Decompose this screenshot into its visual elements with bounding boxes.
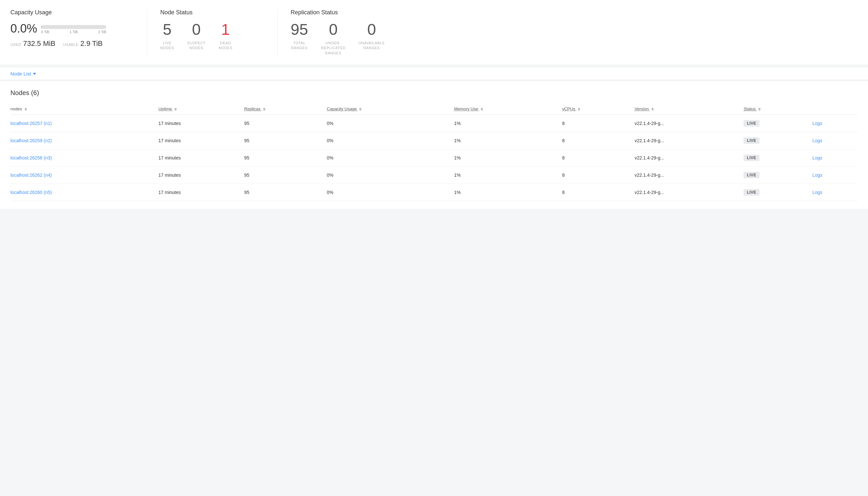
node-memory-2: 1% [454,150,562,167]
table-row: localhost:26260 (n5) 17 minutes 95 0% 1%… [11,184,857,201]
node-status-3: LIVE [744,167,812,184]
node-capacity-1: 0% [327,132,454,150]
node-logs-3[interactable]: Logs [812,167,857,184]
col-header-nodes[interactable]: nodes [11,103,158,115]
node-capacity-2: 0% [327,150,454,167]
used-value: 732.5 MiB [23,40,55,48]
live-nodes-stat: 5 LIVENODES [160,22,174,51]
node-version-1: v22.1.4-29-g... [635,132,744,150]
unavailable-ranges-stat: 0 UNAVAILABLERANGES [358,22,385,56]
node-link-0[interactable]: localhost:26257 (n1) [11,115,158,132]
node-version-3: v22.1.4-29-g... [635,167,744,184]
node-status-title: Node Status [160,9,264,16]
node-replicas-2: 95 [244,150,327,167]
node-logs-4[interactable]: Logs [812,184,857,201]
table-header-row: nodes Uptime Replicas [11,103,857,115]
under-replicated-value: 0 [329,22,338,37]
node-memory-4: 1% [454,184,562,201]
node-memory-3: 1% [454,167,562,184]
under-replicated-label: UNDER-REPLICATEDRANGES [321,41,345,56]
under-replicated-stat: 0 UNDER-REPLICATEDRANGES [321,22,345,56]
node-link-2[interactable]: localhost:26258 (n3) [11,150,158,167]
dead-nodes-stat: 1 DEADNODES [219,22,232,51]
replication-stats-row: 95 TOTALRANGES 0 UNDER-REPLICATEDRANGES … [290,22,844,56]
node-vcpus-3: 8 [562,167,635,184]
node-status-stats-row: 5 LIVENODES 0 SUSPECTNODES 1 DEADNODES [160,22,264,51]
col-header-version[interactable]: Version [635,103,744,115]
progress-label-0: 0 TiB [41,30,49,34]
node-logs-2[interactable]: Logs [812,150,857,167]
capacity-progress-labels: 0 TiB 1 TiB 2 TiB [41,30,106,34]
node-vcpus-0: 8 [562,115,635,132]
node-uptime-2: 17 minutes [158,150,244,167]
table-row: localhost:26258 (n3) 17 minutes 95 0% 1%… [11,150,857,167]
total-ranges-stat: 95 TOTALRANGES [290,22,308,56]
node-status-4: LIVE [744,184,812,201]
col-header-replicas[interactable]: Replicas [244,103,327,115]
unavailable-ranges-value: 0 [367,22,376,37]
node-version-2: v22.1.4-29-g... [635,150,744,167]
node-uptime-1: 17 minutes [158,132,244,150]
usable-value: 2.9 TiB [80,40,103,48]
table-row: localhost:26259 (n2) 17 minutes 95 0% 1%… [11,132,857,150]
node-version-4: v22.1.4-29-g... [635,184,744,201]
table-row: localhost:26257 (n1) 17 minutes 95 0% 1%… [11,115,857,132]
suspect-nodes-stat: 0 SUSPECTNODES [187,22,206,51]
node-status-panel: Node Status 5 LIVENODES 0 SUSPECTNODES 1… [147,9,278,56]
node-vcpus-4: 8 [562,184,635,201]
capacity-percent-value: 0.0% [11,22,37,35]
unavailable-ranges-label: UNAVAILABLERANGES [358,41,385,51]
nodes-table-title: Nodes (6) [11,89,857,97]
node-memory-0: 1% [454,115,562,132]
node-vcpus-1: 8 [562,132,635,150]
main-content: Nodes (6) nodes Uptime [0,81,868,209]
sort-icon-memory-use [481,108,483,111]
suspect-nodes-label: SUSPECTNODES [187,41,206,51]
progress-label-2: 2 TiB [98,30,106,34]
node-link-1[interactable]: localhost:26259 (n2) [11,132,158,150]
node-replicas-1: 95 [244,132,327,150]
node-link-4[interactable]: localhost:26260 (n5) [11,184,158,201]
sort-icon-vcpus [578,108,580,111]
col-header-vcpus[interactable]: vCPUs [562,103,635,115]
node-status-1: LIVE [744,132,812,150]
node-link-3[interactable]: localhost:26262 (n4) [11,167,158,184]
capacity-usage-panel: Capacity Usage 0.0% 0 TiB 1 TiB 2 TiB US… [11,9,147,56]
col-header-logs [812,103,857,115]
node-logs-1[interactable]: Logs [812,132,857,150]
capacity-usage-title: Capacity Usage [11,9,134,16]
dead-nodes-label: DEADNODES [219,41,232,51]
dropdown-arrow-icon [33,73,36,75]
table-row: localhost:26262 (n4) 17 minutes 95 0% 1%… [11,167,857,184]
node-logs-0[interactable]: Logs [812,115,857,132]
capacity-progress-fill [41,25,42,29]
node-memory-1: 1% [454,132,562,150]
col-header-memory-use[interactable]: Memory Use [454,103,562,115]
node-list-dropdown[interactable]: Node List [11,71,36,77]
node-status-2: LIVE [744,150,812,167]
node-version-0: v22.1.4-29-g... [635,115,744,132]
total-ranges-label: TOTALRANGES [291,41,307,51]
col-header-capacity-usage[interactable]: Capacity Usage [327,103,454,115]
node-replicas-0: 95 [244,115,327,132]
live-nodes-value: 5 [163,22,172,37]
node-list-label: Node List [11,71,31,77]
suspect-nodes-value: 0 [192,22,201,37]
col-header-status[interactable]: Status [744,103,812,115]
capacity-progress-bar: 0 TiB 1 TiB 2 TiB [41,25,106,34]
node-uptime-0: 17 minutes [158,115,244,132]
sort-icon-nodes [25,108,27,111]
node-uptime-4: 17 minutes [158,184,244,201]
sort-icon-version [651,108,654,111]
top-stats-section: Capacity Usage 0.0% 0 TiB 1 TiB 2 TiB US… [0,0,868,65]
node-vcpus-2: 8 [562,150,635,167]
node-list-bar: Node List [0,68,868,80]
capacity-used-row: USED 732.5 MiB USABLE 2.9 TiB [11,40,134,48]
node-capacity-3: 0% [327,167,454,184]
col-header-uptime[interactable]: Uptime [158,103,244,115]
replication-status-title: Replication Status [290,9,844,16]
nodes-table: nodes Uptime Replicas [11,103,857,201]
dead-nodes-value: 1 [221,22,230,37]
node-capacity-4: 0% [327,184,454,201]
progress-label-1: 1 TiB [70,30,78,34]
